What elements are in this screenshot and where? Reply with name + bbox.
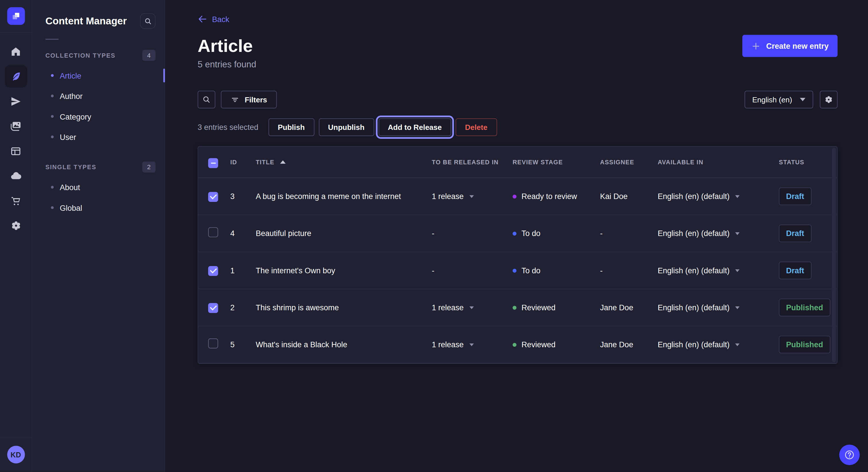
entries-count: 5 entries found — [197, 60, 837, 70]
selection-summary: 3 entries selected — [197, 123, 258, 132]
unpublish-button[interactable]: Unpublish — [319, 119, 374, 136]
table-row[interactable]: 5 What's inside a Black Hole 1 release R… — [198, 326, 837, 363]
column-header-available[interactable]: AVAILABLE IN — [658, 159, 779, 165]
delete-button[interactable]: Delete — [456, 119, 497, 136]
chevron-down-icon — [800, 98, 805, 101]
sidebar-item-global[interactable]: Global — [32, 197, 164, 217]
search-icon — [202, 95, 211, 104]
cell-assignee: Kai Doe — [600, 192, 658, 201]
layout-icon[interactable] — [5, 140, 27, 162]
search-entries-button[interactable] — [197, 91, 215, 108]
sidebar-item-label: Author — [60, 92, 83, 100]
release-dropdown[interactable]: - — [432, 229, 434, 238]
table-row[interactable]: 2 This shrimp is awesome 1 release Revie… — [198, 289, 837, 326]
subnav-divider — [45, 39, 59, 40]
column-header-stage[interactable]: REVIEW STAGE — [513, 159, 600, 165]
locales-dropdown[interactable]: English (en) (default) — [658, 340, 739, 349]
status-badge: Draft — [779, 262, 811, 279]
cell-review-stage: Ready to review — [513, 192, 600, 201]
column-header-status[interactable]: STATUS — [779, 159, 830, 165]
chevron-down-icon — [735, 343, 739, 346]
home-icon[interactable] — [5, 40, 27, 63]
back-link[interactable]: Back — [197, 14, 229, 24]
cell-title: Beautiful picture — [256, 229, 432, 238]
paper-plane-icon[interactable] — [5, 90, 27, 112]
row-checkbox[interactable] — [208, 192, 218, 202]
locale-select[interactable]: English (en) — [745, 91, 813, 108]
row-checkbox[interactable] — [208, 303, 218, 313]
create-new-entry-button[interactable]: Create new entry — [742, 35, 837, 57]
selection-actions: 3 entries selected Publish Unpublish Add… — [197, 119, 837, 136]
user-avatar[interactable]: KD — [7, 446, 25, 463]
cell-assignee: - — [600, 229, 658, 238]
section-label: SINGLE TYPES — [45, 164, 96, 170]
cell-assignee: Jane Doe — [600, 303, 658, 312]
bullet-icon — [51, 115, 54, 118]
release-dropdown[interactable]: 1 release — [432, 303, 474, 312]
stage-dot-icon — [513, 194, 517, 198]
select-all-checkbox[interactable] — [208, 158, 218, 168]
bullet-icon — [51, 95, 54, 98]
filter-icon — [230, 95, 240, 104]
status-badge: Draft — [779, 188, 811, 205]
filters-button[interactable]: Filters — [221, 91, 276, 108]
shopping-cart-icon[interactable] — [5, 190, 27, 212]
publish-button[interactable]: Publish — [268, 119, 314, 136]
arrow-left-icon — [197, 14, 207, 24]
locales-dropdown[interactable]: English (en) (default) — [658, 303, 739, 312]
strapi-logo[interactable] — [7, 7, 25, 25]
table-scrollbar[interactable] — [832, 148, 836, 362]
nav-rail: KD — [0, 0, 32, 472]
sidebar-item-article[interactable]: Article — [32, 65, 164, 86]
sidebar-item-user[interactable]: User — [32, 127, 164, 147]
filters-label: Filters — [245, 96, 267, 104]
sidebar-item-author[interactable]: Author — [32, 86, 164, 106]
sidebar-item-label: User — [60, 133, 76, 141]
cell-title: The internet's Own boy — [256, 266, 432, 275]
toolbar: Filters English (en) — [197, 91, 837, 108]
row-checkbox[interactable] — [208, 338, 218, 348]
status-badge: Published — [779, 299, 830, 316]
stage-dot-icon — [513, 268, 517, 272]
cell-assignee: - — [600, 266, 658, 275]
locales-dropdown[interactable]: English (en) (default) — [658, 229, 739, 238]
cloud-icon[interactable] — [5, 165, 27, 187]
cell-id: 2 — [230, 303, 256, 312]
sidebar-item-label: Category — [60, 112, 91, 121]
strapi-app: KD Content Manager COLLECTION TYPES 4 Ar… — [0, 0, 868, 472]
view-settings-button[interactable] — [820, 91, 838, 108]
add-to-release-button[interactable]: Add to Release — [378, 119, 451, 136]
cell-title: This shrimp is awesome — [256, 303, 432, 312]
media-images-icon[interactable] — [5, 115, 27, 137]
column-header-title[interactable]: TITLE — [256, 159, 432, 165]
bullet-icon — [51, 206, 54, 209]
chevron-down-icon — [469, 195, 474, 198]
cell-review-stage: To do — [513, 229, 600, 238]
column-header-id[interactable]: ID — [230, 159, 256, 165]
chevron-down-icon — [469, 306, 474, 309]
row-checkbox[interactable] — [208, 227, 218, 237]
locales-dropdown[interactable]: English (en) (default) — [658, 266, 739, 275]
main-content: Back Article Create new entry 5 entries … — [165, 0, 868, 472]
row-checkbox[interactable] — [208, 266, 218, 276]
gear-icon[interactable] — [5, 214, 27, 237]
table-row[interactable]: 3 A bug is becoming a meme on the intern… — [198, 178, 837, 215]
locales-dropdown[interactable]: English (en) (default) — [658, 192, 739, 201]
release-dropdown[interactable]: 1 release — [432, 192, 474, 201]
release-dropdown[interactable]: - — [432, 266, 434, 275]
subnav-search-button[interactable] — [140, 13, 156, 29]
help-button[interactable] — [839, 445, 860, 465]
sidebar-item-category[interactable]: Category — [32, 106, 164, 127]
feather-icon[interactable] — [5, 65, 27, 88]
table-row[interactable]: 4 Beautiful picture - To do - English (e… — [198, 215, 837, 252]
sidebar-item-about[interactable]: About — [32, 177, 164, 197]
cell-review-stage: To do — [513, 266, 600, 275]
column-header-assignee[interactable]: ASSIGNEE — [600, 159, 658, 165]
release-dropdown[interactable]: 1 release — [432, 340, 474, 349]
column-header-release[interactable]: TO BE RELEASED IN — [432, 159, 513, 165]
cell-review-stage: Reviewed — [513, 303, 600, 312]
rail-nav — [5, 40, 27, 237]
rail-divider — [0, 32, 32, 33]
table-row[interactable]: 1 The internet's Own boy - To do - Engli… — [198, 252, 837, 289]
cell-id: 1 — [230, 266, 256, 275]
